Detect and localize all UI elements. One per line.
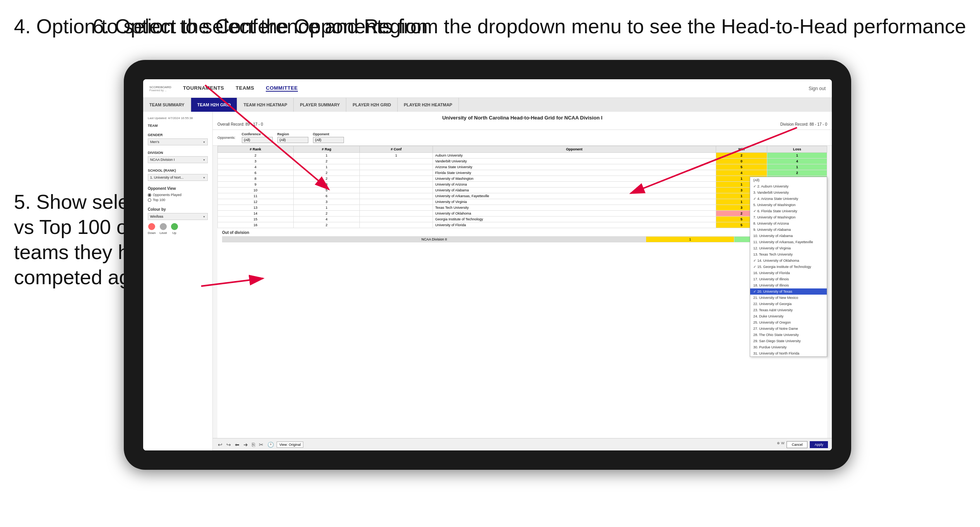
dropdown-item[interactable]: 27. University of Notre Dame	[750, 326, 827, 332]
cell-win: 5	[716, 164, 767, 170]
sub-nav: TEAM SUMMARY TEAM H2H GRID TEAM H2H HEAT…	[143, 98, 832, 112]
dropdown-item[interactable]: ✓ 6. Florida State University	[750, 208, 827, 214]
table-row: 9 3 University of Arizona 1 0	[218, 182, 827, 188]
clock-icon[interactable]: 🕐	[266, 442, 275, 448]
opponent-select[interactable]: (All)	[313, 137, 344, 143]
view-original-button[interactable]: View: Original	[277, 442, 303, 448]
cell-conf	[360, 164, 433, 170]
dropdown-item[interactable]: 30. Purdue University	[750, 344, 827, 350]
dropdown-item[interactable]: 10. University of Alabama	[750, 233, 827, 239]
dropdown-item[interactable]: ✓ 4. Arizona State University	[750, 196, 827, 202]
dropdown-item[interactable]: 9. University of Alabama	[750, 227, 827, 233]
conference-select[interactable]: (All)	[242, 137, 273, 143]
dropdown-item[interactable]: 8. University of Arizona	[750, 220, 827, 227]
cell-rank: 2	[218, 153, 294, 159]
forward-icon[interactable]: ➜	[242, 442, 249, 448]
gender-dropdown[interactable]: Men's	[148, 138, 208, 145]
cell-rag: 5	[293, 188, 360, 193]
tab-team-summary[interactable]: TEAM SUMMARY	[143, 98, 191, 112]
cell-team: Auburn University	[433, 153, 716, 159]
dropdown-item[interactable]: 23. Texas A&M University	[750, 307, 827, 313]
division-dropdown[interactable]: NCAA Division I	[148, 156, 208, 163]
col-rank: # Rank	[218, 146, 294, 153]
top-nav: SCOREBOARD Powered by ... TOURNAMENTS TE…	[143, 79, 832, 98]
sidebar-division-section: Division NCAA Division I	[148, 151, 208, 163]
tab-player-h2h-grid[interactable]: PLAYER H2H GRID	[346, 98, 397, 112]
opponent-filter: Opponent (All)	[313, 132, 344, 143]
dropdown-item[interactable]: ✓ 15. Georgia Institute of Technology	[750, 264, 827, 270]
col-rag: # Rag	[293, 146, 360, 153]
dropdown-item[interactable]: 24. Duke University	[750, 313, 827, 319]
apply-button[interactable]: Apply	[810, 441, 828, 448]
school-dropdown[interactable]: 1. University of Nort...	[148, 174, 208, 181]
division-record: Division Record: 88 - 17 - 0	[780, 122, 827, 126]
sidebar-team-section: Team	[148, 124, 208, 128]
data-area: # Rank # Rag # Conf Opponent Win Loss 2	[213, 146, 832, 438]
cancel-button[interactable]: Cancel	[787, 441, 807, 448]
dropdown-item[interactable]: 16. University of Florida	[750, 270, 827, 276]
cell-team: Texas Tech University	[433, 205, 716, 211]
out-table: NCAA Division II 1 0	[222, 236, 823, 242]
radio-opponents-played[interactable]: Opponents Played	[148, 193, 208, 197]
cell-rank: 6	[218, 170, 294, 176]
table-row: 6 2 Florida State University 4 2	[218, 170, 827, 176]
opponents-label: Opponents:	[217, 136, 236, 140]
table-row: 14 2 University of Oklahoma 2 2	[218, 211, 827, 217]
dropdown-item[interactable]: 7. University of Washington	[750, 214, 827, 220]
table-row: 8 2 University of Washington 1 0	[218, 176, 827, 182]
back-icon[interactable]: ⬅	[234, 442, 241, 448]
tab-player-h2h-heatmap[interactable]: PLAYER H2H HEATMAP	[398, 98, 459, 112]
dropdown-item[interactable]: 21. University of New Mexico	[750, 295, 827, 301]
bottom-right: ⊕ W Cancel Apply	[777, 441, 828, 448]
dropdown-item[interactable]: 5. University of Washington	[750, 202, 827, 208]
copy-icon[interactable]: ⎘	[251, 442, 256, 448]
dropdown-item[interactable]: 17. University of Illinois	[750, 276, 827, 282]
dropdown-item[interactable]: 11. University of Arkansas, Fayetteville	[750, 239, 827, 245]
nav-signout[interactable]: Sign out	[809, 86, 826, 91]
dropdown-item[interactable]: ✓ 2. Auburn University	[750, 183, 827, 189]
cell-loss: 4	[767, 159, 827, 164]
dropdown-item[interactable]: 31. University of North Florida	[750, 350, 827, 356]
dropdown-item[interactable]: 22. University of Georgia	[750, 301, 827, 307]
table-row: 15 4 Georgia Institute of Technology 5 0	[218, 217, 827, 222]
tablet: SCOREBOARD Powered by ... TOURNAMENTS TE…	[124, 60, 851, 470]
logo: SCOREBOARD Powered by ...	[149, 85, 171, 92]
dropdown-item[interactable]: 18. University of Illinois	[750, 282, 827, 288]
cell-win: 2	[716, 153, 767, 159]
redo-icon[interactable]: ↪	[225, 442, 232, 448]
dropdown-item[interactable]: ✓ 20. University of Texas	[750, 288, 827, 295]
dropdown-item[interactable]: 13. Texas Tech University	[750, 251, 827, 258]
cell-conf	[360, 188, 433, 193]
colour-dropdown[interactable]: Win/loss	[148, 213, 208, 220]
dropdown-item[interactable]: 28. The Ohio State University	[750, 332, 827, 338]
nav-teams[interactable]: TEAMS	[236, 85, 254, 92]
cell-conf: 1	[360, 153, 433, 159]
cell-rag: 3	[293, 182, 360, 188]
conference-filter: Conference (All)	[242, 132, 273, 143]
undo-icon[interactable]: ↩	[217, 442, 224, 448]
region-select[interactable]: (All)	[277, 137, 308, 143]
radio-top100[interactable]: Top 100	[148, 198, 208, 202]
cell-rank: 3	[218, 159, 294, 164]
nav-links: TOURNAMENTS TEAMS COMMITTEE	[183, 85, 809, 92]
grid-header: University of North Carolina Head-to-Hea…	[213, 112, 832, 130]
dropdown-item[interactable]: 29. San Diego State University	[750, 338, 827, 344]
dropdown-item[interactable]: 3. Vanderbilt University	[750, 189, 827, 196]
cell-conf	[360, 182, 433, 188]
cell-win: 4	[716, 170, 767, 176]
nav-committee[interactable]: COMMITTEE	[266, 85, 298, 92]
cell-team: University of Arkansas, Fayetteville	[433, 193, 716, 199]
tab-team-h2h-grid[interactable]: TEAM H2H GRID	[191, 98, 238, 112]
dropdown-item[interactable]: (All)	[750, 177, 827, 183]
dropdown-item[interactable]: 25. University of Oregon	[750, 319, 827, 326]
cell-rank: 4	[218, 164, 294, 170]
cell-conf	[360, 217, 433, 222]
cell-loss: 2	[767, 170, 827, 176]
tab-player-summary[interactable]: PLAYER SUMMARY	[294, 98, 346, 112]
tab-team-h2h-heatmap[interactable]: TEAM H2H HEATMAP	[237, 98, 294, 112]
cell-rag: 6	[293, 193, 360, 199]
dropdown-item[interactable]: ✓ 14. University of Oklahoma	[750, 258, 827, 264]
dropdown-item[interactable]: 12. University of Virginia	[750, 245, 827, 251]
nav-tournaments[interactable]: TOURNAMENTS	[183, 85, 224, 92]
cut-icon[interactable]: ✂	[258, 442, 265, 448]
